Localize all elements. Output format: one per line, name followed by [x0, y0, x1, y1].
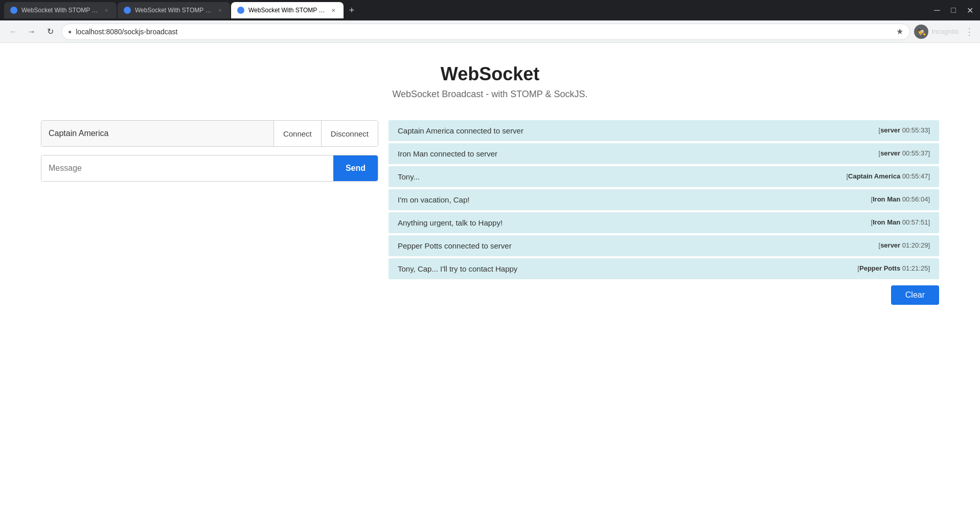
message-meta: [server 00:55:37] — [879, 149, 930, 157]
message-item: Pepper Potts connected to server[server … — [389, 235, 939, 256]
window-controls: ─ □ ✕ — [931, 6, 976, 15]
message-meta: [Iron Man 00:57:51] — [871, 218, 930, 226]
message-item: Iron Man connected to server[server 00:5… — [389, 143, 939, 164]
tab-2-title: WebSocket With STOMP & Sock... — [135, 7, 212, 14]
message-item: Anything urgent, talk to Happy![Iron Man… — [389, 212, 939, 233]
message-item: Captain America connected to server[serv… — [389, 120, 939, 141]
url-text: localhost:8080/sockjs-broadcast — [76, 28, 892, 36]
message-sender: Pepper Potts — [859, 264, 900, 272]
reload-button[interactable]: ↻ — [43, 25, 57, 39]
incognito-area: 🕵 Incognito — [914, 25, 959, 39]
tab-3[interactable]: WebSocket With STOMP Broadc... ✕ — [231, 2, 344, 18]
message-sender: Captain America — [848, 172, 900, 180]
tab-2-favicon — [124, 7, 131, 14]
tab-2[interactable]: WebSocket With STOMP & Sock... ✕ — [118, 2, 230, 18]
message-text: Anything urgent, talk to Happy! — [398, 218, 860, 227]
new-tab-button[interactable]: + — [345, 3, 359, 17]
menu-button[interactable]: ⋮ — [965, 26, 974, 37]
maximize-button[interactable]: □ — [947, 6, 960, 15]
message-sender: server — [880, 126, 900, 134]
message-meta: [server 00:55:33] — [879, 126, 930, 134]
message-sender: Iron Man — [873, 195, 900, 203]
message-meta: [Captain America 00:55:47] — [846, 172, 930, 180]
page-subtitle: WebSocket Broadcast - with STOMP & SockJ… — [10, 89, 970, 100]
tabs-bar: WebSocket With STOMP & Sock... ✕ WebSock… — [4, 2, 925, 18]
message-item: Tony, Cap... I'll try to contact Happy[P… — [389, 258, 939, 279]
security-icon: ● — [68, 28, 72, 35]
message-item: I'm on vacation, Cap![Iron Man 00:56:04] — [389, 189, 939, 210]
tab-2-close[interactable]: ✕ — [216, 6, 224, 14]
minimize-button[interactable]: ─ — [931, 6, 943, 15]
tab-1-favicon — [10, 7, 17, 14]
disconnect-button[interactable]: Disconnect — [321, 121, 378, 146]
tab-3-title: WebSocket With STOMP Broadc... — [248, 7, 325, 14]
tab-1-title: WebSocket With STOMP & Sock... — [21, 7, 98, 14]
tab-1-close[interactable]: ✕ — [102, 6, 110, 14]
message-text: Tony, Cap... I'll try to contact Happy — [398, 264, 847, 273]
bookmark-icon[interactable]: ★ — [896, 27, 903, 36]
message-text: Tony... — [398, 172, 836, 181]
message-meta: [server 01:20:29] — [879, 241, 930, 249]
message-sender: server — [880, 149, 900, 157]
incognito-label: Incognito — [931, 28, 959, 35]
message-text: Iron Man connected to server — [398, 149, 869, 158]
right-panel: Captain America connected to server[serv… — [389, 120, 939, 305]
clear-row: Clear — [389, 285, 939, 305]
back-button[interactable]: ← — [6, 25, 20, 39]
page-content: WebSocket WebSocket Broadcast - with STO… — [0, 43, 980, 325]
message-item: Tony...[Captain America 00:55:47] — [389, 166, 939, 187]
send-button[interactable]: Send — [333, 155, 378, 181]
message-input[interactable] — [41, 155, 333, 181]
address-bar: ← → ↻ ● localhost:8080/sockjs-broadcast … — [0, 20, 980, 43]
main-layout: Connect Disconnect Send Captain America … — [10, 120, 970, 305]
messages-container: Captain America connected to server[serv… — [389, 120, 939, 279]
close-button[interactable]: ✕ — [964, 6, 976, 15]
page-header: WebSocket WebSocket Broadcast - with STO… — [10, 63, 970, 100]
browser-chrome: WebSocket With STOMP & Sock... ✕ WebSock… — [0, 0, 980, 20]
tab-3-close[interactable]: ✕ — [329, 6, 337, 14]
connect-button[interactable]: Connect — [274, 121, 321, 146]
message-text: Captain America connected to server — [398, 126, 869, 135]
message-meta: [Pepper Potts 01:21:25] — [857, 264, 930, 272]
url-bar[interactable]: ● localhost:8080/sockjs-broadcast ★ — [61, 24, 910, 40]
message-sender: server — [880, 241, 900, 249]
clear-button[interactable]: Clear — [891, 285, 939, 305]
message-row: Send — [41, 155, 378, 182]
name-input[interactable] — [41, 121, 274, 146]
tab-1[interactable]: WebSocket With STOMP & Sock... ✕ — [4, 2, 117, 18]
message-meta: [Iron Man 00:56:04] — [871, 195, 930, 203]
page-title: WebSocket — [10, 63, 970, 85]
name-row: Connect Disconnect — [41, 120, 378, 147]
incognito-icon: 🕵 — [914, 25, 928, 39]
left-panel: Connect Disconnect Send — [41, 120, 378, 305]
message-text: Pepper Potts connected to server — [398, 241, 869, 250]
message-sender: Iron Man — [873, 218, 900, 226]
tab-3-favicon — [237, 7, 244, 14]
forward-button[interactable]: → — [25, 25, 39, 39]
message-text: I'm on vacation, Cap! — [398, 195, 860, 204]
